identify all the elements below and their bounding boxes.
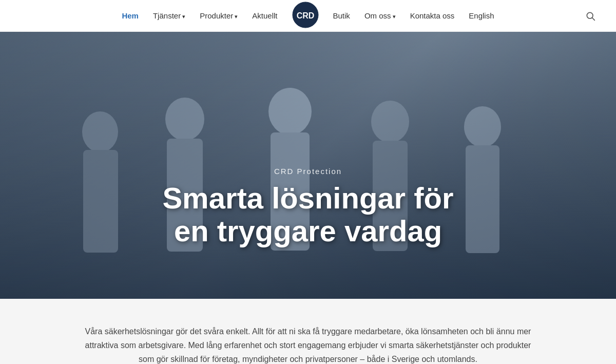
svg-point-9 xyxy=(268,88,312,135)
hero-title-line1: Smarta lösningar för xyxy=(162,181,453,215)
search-button[interactable] xyxy=(585,11,595,21)
svg-point-13 xyxy=(464,106,501,147)
body-text: Våra säkerhetslösningar gör det svåra en… xyxy=(82,324,534,364)
nav-logo-item[interactable]: CRD xyxy=(292,2,319,30)
nav-link-hem[interactable]: Hem xyxy=(122,11,139,20)
hero-content: CRD Protection Smarta lösningar för en t… xyxy=(128,167,488,247)
nav-link-english[interactable]: English xyxy=(469,11,494,20)
hero-title-line2: en tryggare vardag xyxy=(174,214,442,247)
nav-item-english[interactable]: English xyxy=(469,11,494,21)
svg-point-7 xyxy=(165,98,204,141)
nav-item-om-oss[interactable]: Om oss xyxy=(364,11,396,21)
nav-item-hem[interactable]: Hem xyxy=(122,11,139,21)
search-icon xyxy=(585,11,595,21)
hero-people-silhouettes xyxy=(0,32,616,299)
svg-rect-6 xyxy=(83,150,118,253)
hero-brand-label: CRD Protection xyxy=(128,167,488,176)
nav-link-tjanster[interactable]: Tjänster xyxy=(153,11,185,20)
nav-item-aktuellt[interactable]: Aktuellt xyxy=(252,11,277,21)
svg-point-11 xyxy=(371,101,409,143)
nav-link-butik[interactable]: Butik xyxy=(333,11,350,20)
nav-link-aktuellt[interactable]: Aktuellt xyxy=(252,11,277,20)
nav-item-kontakta-oss[interactable]: Kontakta oss xyxy=(410,11,455,21)
nav-link-om-oss[interactable]: Om oss xyxy=(364,11,396,20)
content-section: Våra säkerhetslösningar gör det svåra en… xyxy=(0,299,616,364)
nav-link-produkter[interactable]: Produkter xyxy=(200,11,238,20)
nav-link-kontakta-oss[interactable]: Kontakta oss xyxy=(410,11,455,20)
nav-item-tjanster[interactable]: Tjänster xyxy=(153,11,185,21)
nav-logo-link[interactable]: CRD xyxy=(292,21,319,30)
svg-text:CRD: CRD xyxy=(296,11,314,20)
navbar: Hem Tjänster Produkter Aktuellt CRD Buti… xyxy=(0,0,616,32)
nav-links: Hem Tjänster Produkter Aktuellt CRD Buti… xyxy=(122,2,494,30)
crd-logo: CRD xyxy=(292,2,319,28)
hero-section: CRD Protection Smarta lösningar för en t… xyxy=(0,32,616,299)
nav-item-produkter[interactable]: Produkter xyxy=(200,11,238,21)
hero-title: Smarta lösningar för en tryggare vardag xyxy=(128,182,488,247)
svg-point-5 xyxy=(82,111,118,152)
nav-item-butik[interactable]: Butik xyxy=(333,11,350,21)
svg-line-3 xyxy=(592,17,595,20)
